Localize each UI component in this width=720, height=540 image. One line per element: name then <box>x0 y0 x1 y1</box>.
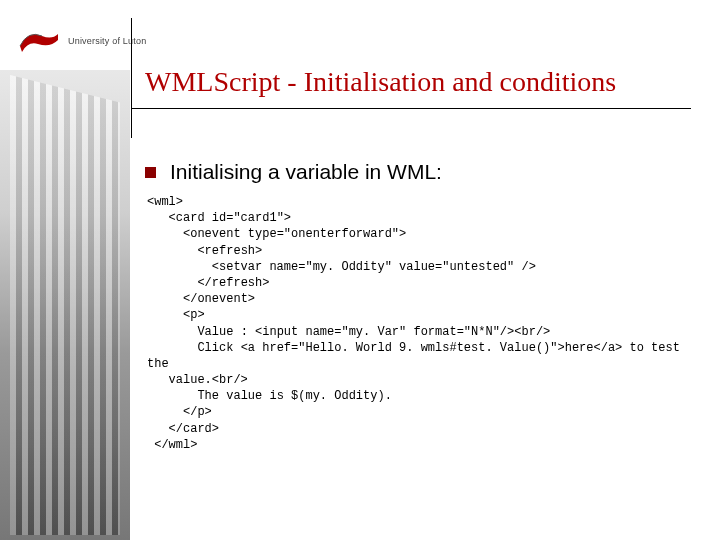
bullet-item: Initialising a variable in WML: <box>145 160 705 184</box>
vertical-rule <box>131 18 132 138</box>
bullet-text: Initialising a variable in WML: <box>170 160 442 184</box>
slide: University of Luton WMLScript - Initiali… <box>0 0 720 540</box>
slide-body: Initialising a variable in WML: <wml> <c… <box>145 160 705 453</box>
square-bullet-icon <box>145 167 156 178</box>
sidebar-photo <box>0 70 130 540</box>
horizontal-rule <box>131 108 691 109</box>
code-block: <wml> <card id="card1"> <onevent type="o… <box>147 194 705 453</box>
logo: University of Luton <box>18 26 146 56</box>
logo-text: University of Luton <box>68 36 146 46</box>
slide-title: WMLScript - Initialisation and condition… <box>145 66 616 98</box>
logo-mark-icon <box>18 26 60 56</box>
